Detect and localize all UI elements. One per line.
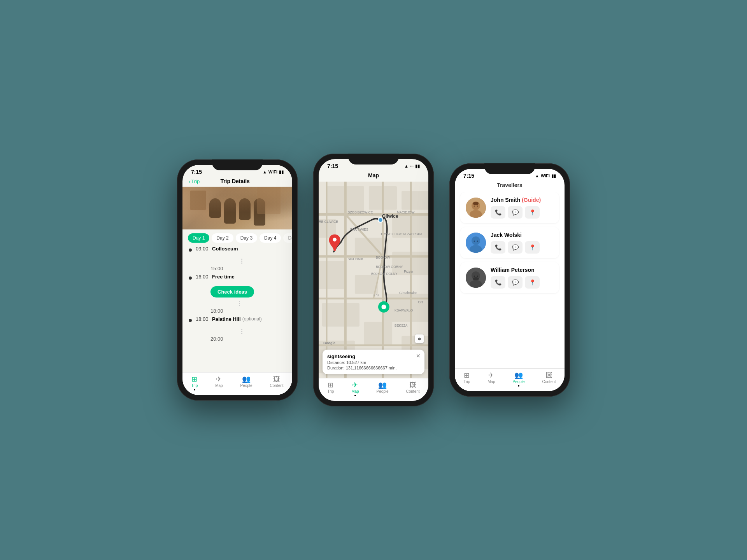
location-icon: ▲: [263, 170, 267, 174]
nav-underline-2: [354, 395, 356, 396]
trip-icon-2: ⊞: [328, 382, 333, 388]
phone-people: 7:15 ▲ WiFi ▮▮ Travellers: [449, 163, 570, 397]
schedule-item-1: 09:00 Colloseum: [189, 246, 286, 257]
nav-trip-1[interactable]: ⊞ Trip: [191, 376, 198, 390]
nav-content-label-1: Content: [270, 383, 284, 388]
bullet-1: [189, 248, 192, 252]
day-tab-4[interactable]: Day 4: [260, 233, 281, 243]
status-icons-3: ▲ WiFi ▮▮: [535, 173, 556, 178]
map-area[interactable]: SZOBISZOWICE STARE GLIWICE MACIEJOW WOJT…: [319, 182, 428, 378]
nav-people-label-1: People: [240, 383, 253, 388]
svg-text:BEKSZA: BEKSZA: [395, 324, 408, 327]
schedule: 09:00 Colloseum 15:00 16:00 Free time Ch…: [182, 246, 292, 372]
traveller-actions-jack: 📞 💬 📍: [491, 241, 554, 254]
svg-text:Gliwice: Gliwice: [382, 214, 398, 219]
time-3: 18:00: [196, 316, 212, 322]
william-name: William Peterson: [491, 267, 535, 273]
traveller-actions-john: 📞 💬 📍: [491, 206, 554, 219]
nav-people-1[interactable]: 👥 People: [240, 376, 253, 390]
day-tab-2[interactable]: Day 2: [212, 233, 233, 243]
svg-point-62: [477, 276, 478, 277]
popup-close-button[interactable]: ✕: [416, 353, 421, 359]
location-button-jack[interactable]: 📍: [525, 241, 540, 254]
nav-map-2[interactable]: ✈ Map: [351, 382, 359, 396]
phone-button-jack[interactable]: 📞: [491, 241, 505, 254]
nav-map-3[interactable]: ✈ Map: [487, 372, 495, 387]
day-tab-5[interactable]: Da...: [283, 233, 292, 243]
svg-rect-8: [319, 261, 345, 289]
phone-button-william[interactable]: 📞: [491, 276, 505, 289]
nav-people-2[interactable]: 👥 People: [377, 382, 389, 396]
check-ideas-button[interactable]: Check ideas: [210, 286, 254, 298]
location-icon-3: ▲: [535, 173, 539, 178]
battery-icon: ▮▮: [279, 170, 284, 175]
bullet-3: [189, 319, 192, 322]
status-time-2: 7:15: [327, 163, 338, 169]
phone-button-john[interactable]: 📞: [491, 206, 505, 219]
day-tab-1[interactable]: Day 1: [188, 233, 209, 243]
svg-rect-3: [402, 191, 428, 210]
svg-point-43: [333, 238, 337, 242]
svg-text:Kru: Kru: [374, 293, 379, 297]
notch-3: [484, 163, 535, 174]
nav-content-label-3: Content: [542, 380, 556, 384]
content-icon-1: 🖼: [273, 376, 280, 383]
dots-3: [197, 329, 286, 334]
back-button[interactable]: ‹ Trip: [189, 178, 200, 184]
chevron-left-icon: ‹: [189, 178, 190, 184]
svg-text:TRYNEK: TRYNEK: [381, 232, 394, 236]
day-tab-3[interactable]: Day 3: [236, 233, 257, 243]
svg-text:LIGOTA ZABRSKA: LIGOTA ZABRSKA: [395, 232, 423, 236]
nav-people-label-3: People: [513, 380, 525, 384]
svg-text:BOJKOW: BOJKOW: [376, 256, 390, 259]
battery-icon-2: ▮▮: [415, 164, 420, 169]
traveller-info-william: William Peterson 📞 💬 📍: [491, 267, 554, 289]
bottom-nav-2: ⊞ Trip ✈ Map 👥 People 🖼 Content: [319, 378, 428, 401]
nav-trip-2[interactable]: ⊞ Trip: [327, 382, 334, 396]
location-button-william[interactable]: 📍: [525, 276, 540, 289]
nav-content-3[interactable]: 🖼 Content: [542, 372, 556, 387]
wifi-icon-2: ···: [410, 164, 414, 168]
svg-text:Przysi: Przysi: [404, 270, 413, 273]
name-palatine: Palatine Hill: [212, 316, 241, 322]
day-tabs: Day 1 Day 2 Day 3 Day 4 Da...: [182, 229, 292, 246]
google-logo: Google: [323, 341, 335, 345]
nav-content-2[interactable]: 🖼 Content: [406, 382, 420, 396]
map-expand-button[interactable]: ⊕: [415, 334, 424, 343]
svg-text:BOJKOW DOLNY: BOJKOW DOLNY: [371, 272, 398, 276]
message-button-jack[interactable]: 💬: [508, 241, 523, 254]
svg-point-50: [474, 206, 475, 207]
svg-text:STARE GLIWICE: STARE GLIWICE: [319, 220, 338, 224]
svg-point-51: [477, 206, 478, 207]
svg-text:KSARWALO: KSARWALO: [395, 308, 413, 312]
location-button-john[interactable]: 📍: [525, 206, 540, 219]
dots-2: [193, 301, 286, 306]
message-button-william[interactable]: 💬: [508, 276, 523, 289]
trip-header: ‹ Trip Trip Details: [182, 177, 292, 187]
battery-icon-3: ▮▮: [551, 173, 556, 178]
people-icon-1: 👥: [242, 376, 251, 383]
traveller-info-jack: Jack Wolski 📞 💬 📍: [491, 232, 554, 254]
people-icon-2: 👥: [378, 382, 387, 388]
traveller-name-john: John Smith (Guide): [491, 197, 554, 203]
nav-trip-label-3: Trip: [463, 380, 470, 384]
traveller-name-jack: Jack Wolski: [491, 232, 554, 238]
traveller-card-john: John Smith (Guide) 📞 💬 📍: [460, 192, 559, 223]
optional-label: (optional): [242, 316, 262, 322]
nav-trip-3[interactable]: ⊞ Trip: [463, 372, 470, 387]
schedule-item-3: 18:00 Palatine Hill (optional): [189, 316, 286, 327]
avatar-jack: [466, 233, 486, 253]
svg-point-57: [477, 241, 478, 242]
content-icon-3: 🖼: [545, 372, 552, 379]
nav-map-1[interactable]: ✈ Map: [215, 376, 223, 390]
traveller-card-jack: Jack Wolski 📞 💬 📍: [460, 227, 559, 258]
svg-rect-12: [364, 322, 392, 345]
nav-people-3[interactable]: 👥 People: [513, 372, 525, 387]
screen-trip: 7:15 ▲ WiFi ▮▮ ‹ Trip Trip Details: [182, 165, 292, 395]
svg-text:MACIEJOW: MACIEJOW: [397, 210, 414, 214]
svg-text:WOJT.WIES: WOJT.WIES: [350, 228, 368, 231]
nav-content-1[interactable]: 🖼 Content: [270, 376, 284, 390]
nav-map-label-2: Map: [351, 389, 359, 394]
nav-map-label-1: Map: [215, 383, 223, 388]
message-button-john[interactable]: 💬: [508, 206, 523, 219]
